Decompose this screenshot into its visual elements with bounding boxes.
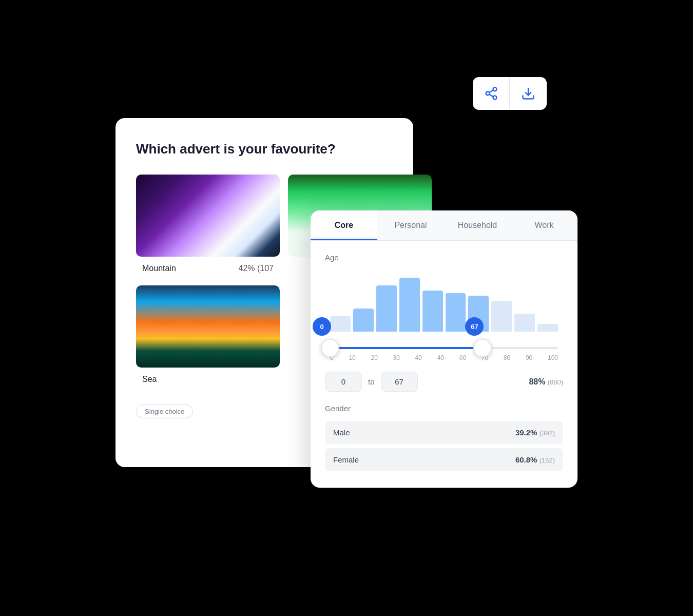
slider-bubble-left: 0 — [313, 317, 331, 336]
age-section: Age 0 — [325, 253, 563, 392]
survey-title: Which advert is your favourite? — [136, 141, 393, 158]
slider-fill — [330, 347, 483, 349]
gender-pct-val: 60.8% — [515, 455, 537, 464]
sea-name: Sea — [142, 375, 157, 384]
age-label: Age — [325, 253, 563, 262]
axis-label: 90 — [526, 354, 532, 361]
svg-point-1 — [486, 92, 489, 95]
gender-row-pct: 39.2% (392) — [515, 428, 555, 437]
sea-image — [136, 285, 280, 368]
svg-line-3 — [489, 94, 493, 97]
gender-count-val: (152) — [540, 456, 555, 464]
range-to-input[interactable]: 67 — [381, 372, 418, 392]
download-icon — [521, 86, 535, 101]
svg-line-4 — [489, 90, 493, 93]
share-button[interactable] — [473, 77, 510, 110]
mountain-image-box — [136, 175, 280, 257]
tab-core[interactable]: Core — [311, 210, 377, 240]
gender-row-name: Female — [333, 455, 359, 464]
gender-section: Gender Male 39.2% (392) Female 60.8% (15… — [325, 404, 563, 471]
mountain-label: Mountain 42% (107 — [136, 260, 280, 277]
bar — [399, 278, 420, 332]
gender-rows: Male 39.2% (392) Female 60.8% (152) — [325, 421, 563, 471]
result-pct: 88% — [529, 377, 545, 386]
mountain-name: Mountain — [142, 264, 176, 273]
range-to-label: to — [368, 377, 375, 386]
gender-row-name: Male — [333, 428, 350, 437]
result-count: (880) — [548, 378, 563, 386]
sea-image-box — [136, 285, 280, 368]
download-button[interactable] — [510, 77, 547, 110]
tab-household[interactable]: Household — [444, 210, 511, 240]
bar — [537, 324, 558, 332]
slider-thumb-right[interactable]: 67 — [473, 339, 492, 357]
slider-bubble-right: 67 — [465, 317, 484, 336]
range-result: 88% (880) — [529, 377, 563, 387]
axis-label: 60 — [459, 354, 466, 361]
mountain-item: Mountain 42% (107 — [136, 175, 280, 277]
axis-label: 10 — [349, 354, 355, 361]
svg-point-0 — [493, 87, 496, 91]
bar — [514, 314, 535, 332]
gender-row-pct: 60.8% (152) — [515, 455, 555, 464]
axis-label: 30 — [393, 354, 400, 361]
axis-label: 80 — [504, 354, 510, 361]
share-icon — [484, 86, 498, 101]
bar — [422, 291, 443, 332]
slider-thumb-left[interactable]: 0 — [321, 339, 339, 357]
axis-label: 20 — [371, 354, 377, 361]
gender-row: Female 60.8% (152) — [325, 448, 563, 471]
bar — [446, 293, 466, 332]
gender-count-val: (392) — [540, 429, 555, 437]
axis-label: 40 — [415, 354, 422, 361]
mountain-pct: 42% (107 — [239, 264, 274, 273]
tab-work[interactable]: Work — [511, 210, 578, 240]
chart-area — [325, 270, 563, 337]
single-choice-badge: Single choice — [136, 405, 193, 418]
bars-container — [325, 270, 563, 332]
range-inputs: 0 to 67 88% (880) — [325, 372, 563, 392]
mountain-image — [136, 175, 280, 257]
bar — [353, 309, 374, 332]
axis-label: 40 — [437, 354, 444, 361]
gender-pct-val: 39.2% — [515, 428, 537, 437]
slider-track: 0 67 — [330, 347, 558, 349]
gender-row: Male 39.2% (392) — [325, 421, 563, 444]
range-from-input[interactable]: 0 — [325, 372, 362, 392]
bar — [376, 285, 397, 332]
bar — [491, 301, 512, 332]
analytics-body: Age 0 — [311, 241, 578, 488]
bar — [330, 316, 351, 332]
tab-personal[interactable]: Personal — [377, 210, 444, 240]
analytics-card: Core Personal Household Work Age — [311, 210, 578, 488]
tabs-container: Core Personal Household Work — [311, 210, 578, 241]
slider-axis: 0102030404060708090100 — [330, 354, 558, 361]
svg-point-2 — [493, 96, 496, 100]
slider-section[interactable]: 0 67 0102030404060708090100 — [330, 347, 558, 361]
axis-label: 100 — [548, 354, 558, 361]
toolbar — [473, 77, 547, 110]
gender-label: Gender — [325, 404, 563, 413]
